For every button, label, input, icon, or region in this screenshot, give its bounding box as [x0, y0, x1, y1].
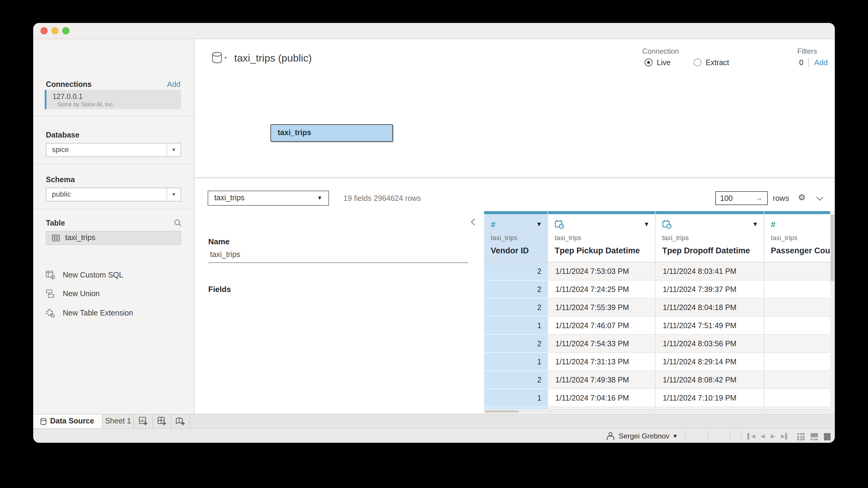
caret-down-icon[interactable]: ▼: [644, 221, 650, 227]
grid-cell[interactable]: 1/11/2024 7:54:33 PM: [548, 335, 655, 353]
grid-column-vendor-id[interactable]: # ▼ taxi_trips Vendor ID 2 2 2 1 2 1 2 1: [484, 211, 548, 410]
grid-cell[interactable]: 2: [484, 299, 548, 317]
column-table: taxi_trips: [491, 234, 517, 241]
close-window-button[interactable]: [40, 27, 48, 34]
schema-header: Schema: [46, 175, 75, 184]
name-value[interactable]: taxi_trips: [210, 250, 240, 259]
grid-cell[interactable]: 1/11/2024 7:51:49 PM: [655, 317, 764, 335]
grid-cell[interactable]: 1/11/2024 7:24:25 PM: [548, 281, 655, 299]
database-cylinder-icon[interactable]: [212, 52, 222, 63]
previous-page-icon[interactable]: ◀: [761, 433, 765, 439]
grid-column-passenger-count[interactable]: # taxi_trips Passenger Count: [764, 211, 831, 410]
connection-item[interactable]: 127.0.0.1 Spice by Spice AI, Inc.: [45, 90, 181, 109]
filters-add-link[interactable]: Add: [814, 59, 828, 67]
first-page-icon[interactable]: ▌◀: [747, 433, 755, 439]
new-custom-sql-button[interactable]: New Custom SQL: [46, 270, 185, 282]
grid-cell[interactable]: 1/11/2024 7:04:16 PM: [548, 389, 655, 407]
column-header[interactable]: ▼ taxi_trips Tpep Pickup Datetime: [548, 214, 655, 262]
grid-cell[interactable]: 2: [484, 371, 548, 389]
grid-cell[interactable]: [764, 353, 831, 371]
grid-cell[interactable]: 2: [484, 281, 548, 299]
new-story-button[interactable]: [172, 414, 190, 429]
grid-cell[interactable]: 1: [484, 353, 548, 371]
search-icon[interactable]: [174, 219, 182, 227]
row-limit-submit-icon[interactable]: →: [755, 194, 763, 202]
grid-cell[interactable]: [764, 299, 831, 317]
live-radio-label: Live: [657, 59, 671, 67]
grid-cell[interactable]: 2: [484, 262, 548, 281]
column-header[interactable]: ▼ taxi_trips Tpep Dropoff Datetime: [655, 214, 764, 262]
data-grid-settings-gear-icon[interactable]: ⚙: [798, 192, 806, 202]
column-header[interactable]: # taxi_trips Passenger Count: [764, 214, 831, 262]
database-select[interactable]: spice ▼: [46, 143, 181, 157]
collapse-metadata-chevron-icon[interactable]: [471, 219, 478, 226]
view-tiles-icon[interactable]: [797, 433, 805, 441]
new-union-button[interactable]: New Union: [46, 288, 185, 300]
grid-cell[interactable]: 1: [484, 389, 548, 407]
scrollbar-thumb[interactable]: [485, 410, 519, 413]
grid-cell[interactable]: 1/11/2024 7:53:03 PM: [548, 262, 655, 281]
user-icon: [607, 432, 615, 441]
zoom-window-button[interactable]: [62, 27, 69, 34]
fields-rows-summary: 19 fields 2964624 rows: [343, 194, 421, 203]
connection-label: Connection: [642, 47, 679, 56]
preview-table-select[interactable]: taxi_trips ▼: [208, 191, 329, 206]
union-icon: [46, 290, 56, 298]
grid-cell[interactable]: 1: [484, 317, 548, 335]
grid-cell[interactable]: [764, 371, 831, 389]
grid-cell[interactable]: 1/11/2024 7:49:38 PM: [548, 371, 655, 389]
new-worksheet-button[interactable]: [134, 414, 153, 429]
new-dashboard-button[interactable]: [153, 414, 172, 429]
grid-vscrollbar[interactable]: [830, 211, 835, 410]
grid-column-tpep-dropoff[interactable]: ▼ taxi_trips Tpep Dropoff Datetime 1/11/…: [655, 211, 764, 410]
extract-radio[interactable]: [693, 59, 702, 66]
column-name: Passenger Count: [771, 246, 835, 255]
caret-down-icon[interactable]: ▼: [536, 221, 542, 227]
grid-cell[interactable]: 1/11/2024 7:10:19 PM: [655, 389, 764, 407]
grid-cell[interactable]: [764, 317, 831, 335]
grid-cell[interactable]: 2: [484, 335, 548, 353]
new-union-label: New Union: [63, 290, 100, 298]
grid-hscrollbar[interactable]: [484, 410, 835, 413]
grid-cell[interactable]: 1/11/2024 7:39:37 PM: [655, 281, 764, 299]
grid-cell[interactable]: [764, 389, 831, 407]
grid-cell[interactable]: 1/11/2024 8:03:41 PM: [655, 262, 764, 281]
grid-partial-row: [764, 407, 831, 410]
tab-data-source[interactable]: Data Source: [33, 414, 103, 429]
grid-cell[interactable]: 1/11/2024 8:04:18 PM: [655, 299, 764, 317]
live-radio[interactable]: [645, 59, 652, 66]
canvas-table-chip[interactable]: taxi_trips: [271, 124, 393, 142]
screen: + + + + + ← → ▾ Connections Add 127.0.0.…: [0, 0, 868, 488]
table-item-taxi-trips[interactable]: taxi_trips: [46, 231, 181, 245]
grid-cell[interactable]: 1/11/2024 8:08:42 PM: [655, 371, 764, 389]
grid-cell[interactable]: 1/11/2024 8:29:14 PM: [655, 353, 764, 371]
tab-sheet-1[interactable]: Sheet 1: [103, 414, 134, 429]
grid-cell[interactable]: 1/11/2024 8:03:56 PM: [655, 335, 764, 353]
grid-cell[interactable]: [764, 262, 831, 281]
column-header[interactable]: # ▼ taxi_trips Vendor ID: [484, 214, 548, 262]
new-table-extension-button[interactable]: New Table Extension: [46, 307, 185, 320]
view-grid-icon[interactable]: [811, 433, 818, 441]
grid-cell[interactable]: [764, 281, 831, 299]
next-page-icon[interactable]: ▶: [771, 433, 775, 439]
schema-select[interactable]: public ▼: [46, 188, 181, 201]
add-connection-link[interactable]: Add: [167, 80, 181, 89]
caret-down-icon[interactable]: ▾: [224, 56, 227, 60]
scrollbar-thumb[interactable]: [831, 215, 834, 281]
last-page-icon[interactable]: ▶▌: [781, 433, 789, 439]
column-strip: [484, 211, 548, 214]
caret-down-icon[interactable]: ▼: [752, 221, 758, 227]
grid-cell[interactable]: [764, 335, 831, 353]
user-menu-caret-icon[interactable]: ▼: [673, 433, 678, 439]
minimize-window-button[interactable]: [51, 27, 59, 34]
view-single-icon[interactable]: [824, 433, 831, 441]
grid-column-tpep-pickup[interactable]: ▼ taxi_trips Tpep Pickup Datetime 1/11/2…: [548, 211, 655, 410]
grid-cell[interactable]: 1/11/2024 7:31:13 PM: [548, 353, 655, 371]
datasource-title: taxi_trips (public): [234, 53, 312, 65]
datetime-type-icon: [662, 220, 672, 229]
new-custom-sql-label: New Custom SQL: [63, 271, 123, 279]
collapse-preview-chevron-icon[interactable]: [816, 194, 823, 201]
column-strip: [655, 211, 764, 214]
grid-cell[interactable]: 1/11/2024 7:55:39 PM: [548, 299, 655, 317]
grid-cell[interactable]: 1/11/2024 7:46:07 PM: [548, 317, 655, 335]
